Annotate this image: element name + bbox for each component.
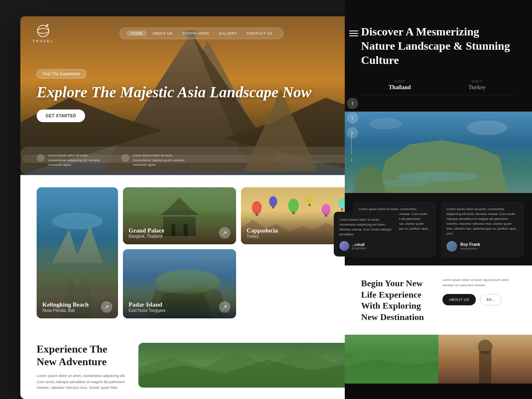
nav-about[interactable]: ABOUT US	[148, 31, 177, 36]
logo-text: TRAVEL	[33, 39, 54, 43]
svg-point-12	[37, 28, 49, 33]
info-item-2: Lorem ipsum dolor sit amet, consectetuer…	[121, 153, 190, 167]
card-padar[interactable]: Padar Island East Nusa Tanggara ↗	[123, 249, 236, 318]
testimonial-roy: Lorem ipsum dolor sit amet, consectetur …	[441, 201, 524, 257]
grand-title: Grand Palace	[129, 227, 164, 234]
begin-section: Begin Your New Life Experience With Expl…	[345, 265, 532, 335]
roy-avatar	[447, 241, 457, 252]
scroll-line	[351, 130, 352, 155]
right-headline: Discover A Mesmerizing Nature Landscape …	[361, 24, 516, 67]
tab-turkey[interactable]: VISIT Turkey	[438, 79, 516, 91]
begin-text: Begin Your New Life Experience With Expl…	[361, 278, 434, 322]
nav-destination[interactable]: DESTINATION	[178, 31, 213, 36]
tab-thailand[interactable]: VISIT Thailand	[361, 79, 438, 91]
destinations-section: Kelingking Beach Nusa Penida, Bali ↗	[20, 175, 370, 331]
nav-contact[interactable]: CONTACT US	[243, 31, 276, 36]
padar-title: Padar Island	[129, 301, 165, 308]
begin-right: Lorem ipsum dolor sit amet, ligula ipsum…	[442, 278, 516, 305]
hamburger-menu[interactable]	[349, 31, 358, 36]
scroll-arrow: ↓	[350, 130, 353, 163]
nav-gallery[interactable]: GALLERY	[215, 31, 241, 36]
svg-rect-60	[479, 351, 491, 384]
right-top: Discover A Mesmerizing Nature Landscape …	[345, 0, 532, 112]
logo[interactable]: TRAVEL	[33, 24, 54, 43]
kelingking-overlay	[37, 187, 118, 318]
left-panel: TRAVEL HOME ABOUT US DESTINATION GALLERY…	[20, 16, 370, 399]
facebook-icon[interactable]: f	[347, 98, 358, 109]
grand-sub: Bangkok, Thailand	[129, 234, 164, 239]
info-icon-2	[121, 154, 129, 162]
begin-description: Lorem ipsum dolor sit amet, ligula ipsum…	[442, 278, 516, 288]
tab-thailand-visit: VISIT	[361, 79, 438, 83]
padar-sub: East Nusa Tanggara	[129, 308, 165, 313]
kelingking-arrow[interactable]: ↗	[101, 301, 112, 313]
scroll-down-icon: ↓	[350, 156, 353, 163]
card-grand-palace[interactable]: Grand Palace Bangkok, Thailand ↗	[123, 187, 236, 244]
cappadocia-sub: Turkey	[247, 234, 278, 239]
begin-title: Begin Your New Life Experience With Expl…	[361, 278, 434, 322]
testimonial-roy-author: Roy Frank designation	[447, 241, 518, 252]
info-text-2: Lorem ipsum dolor sit amet, consectetuer…	[133, 153, 190, 167]
info-item-1: Lorem ipsum dolor sit amet, consectetuer…	[37, 153, 105, 167]
kelingking-title: Kelingking Beach	[42, 301, 89, 308]
island-svg	[345, 112, 532, 193]
tab-thailand-name: Thailand	[361, 84, 438, 91]
partial-testimonial-author: ...rshall designation	[339, 241, 393, 251]
svg-point-54	[467, 121, 508, 135]
feel-badge: Feel The Experience	[37, 69, 86, 79]
hero-info: Lorem ipsum dolor sit amet, consectetuer…	[37, 153, 190, 167]
kelingking-sub: Nusa Penida, Bali	[42, 308, 89, 313]
svg-point-14	[47, 24, 48, 26]
padar-info: Padar Island East Nusa Tanggara	[129, 301, 165, 313]
begin-buttons: ABOUT US EX...	[442, 294, 516, 305]
card-kelingking[interactable]: Kelingking Beach Nusa Penida, Bali ↗	[37, 187, 118, 318]
marshall-avatar	[339, 241, 349, 251]
hero-content: Feel The Experience Explore The Majestic…	[37, 69, 311, 122]
explore-button[interactable]: EX...	[480, 294, 502, 305]
cappadocia-title: Cappadocia	[247, 227, 278, 234]
grand-info: Grand Palace Bangkok, Thailand	[129, 227, 164, 239]
grand-arrow[interactable]: ↗	[219, 227, 230, 239]
navbar: TRAVEL HOME ABOUT US DESTINATION GALLERY…	[20, 16, 370, 50]
bottom-photos	[345, 335, 532, 384]
info-icon-1	[37, 154, 45, 162]
partial-testimonial: Lorem ipsum dolor sit amet, consectetur …	[334, 212, 399, 256]
experience-text: Experience The New Adventure Lorem ipsum…	[37, 343, 126, 391]
about-us-button[interactable]: ABOUT US	[442, 294, 476, 305]
destination-tabs: VISIT Thailand VISIT Turkey	[361, 79, 516, 95]
marshall-name: ...rshall	[352, 243, 366, 247]
experience-image	[138, 343, 354, 388]
partial-testimonial-text: Lorem ipsum dolor sit amet, consectetur …	[339, 217, 393, 237]
info-text-1: Lorem ipsum dolor sit amet, consectetuer…	[48, 153, 105, 167]
tab-turkey-visit: VISIT	[438, 79, 516, 83]
get-started-button[interactable]: GET STARTED	[37, 110, 85, 122]
bottom-landscape-photo	[345, 335, 438, 384]
roy-name: Roy Frank	[460, 242, 480, 247]
svg-point-55	[369, 118, 402, 129]
svg-point-53	[381, 180, 430, 186]
experience-title: Experience The New Adventure	[37, 343, 126, 368]
twitter-icon[interactable]: t	[347, 112, 358, 124]
nav-home[interactable]: HOME	[127, 31, 147, 36]
marshall-role: designation	[352, 247, 366, 250]
experience-section: Experience The New Adventure Lorem ipsum…	[20, 331, 370, 391]
hero-section: TRAVEL HOME ABOUT US DESTINATION GALLERY…	[20, 16, 370, 175]
svg-point-11	[37, 25, 49, 37]
tab-turkey-name: Turkey	[438, 84, 516, 91]
testimonial-roy-text: Lorem ipsum dolor sit amet, consectetur …	[447, 207, 518, 236]
island-photo	[345, 112, 532, 193]
logo-icon	[36, 24, 50, 38]
kelingking-info: Kelingking Beach Nusa Penida, Bali	[42, 301, 89, 313]
hero-title: Explore The Majestic Asia Landscape Now	[37, 83, 311, 101]
svg-point-61	[478, 340, 493, 354]
right-panel: Discover A Mesmerizing Nature Landscape …	[345, 0, 532, 399]
experience-description: Lorem ipsum dolor sit amet, consectetur …	[37, 373, 126, 390]
destinations-grid: Kelingking Beach Nusa Penida, Bali ↗	[37, 187, 354, 318]
roy-role: designation	[460, 247, 480, 250]
nav-links: HOME ABOUT US DESTINATION GALLERY CONTAC…	[120, 28, 283, 39]
padar-arrow[interactable]: ↗	[219, 301, 230, 313]
bottom-portrait-photo	[438, 335, 532, 384]
cappadocia-info: Cappadocia Turkey	[247, 227, 278, 239]
